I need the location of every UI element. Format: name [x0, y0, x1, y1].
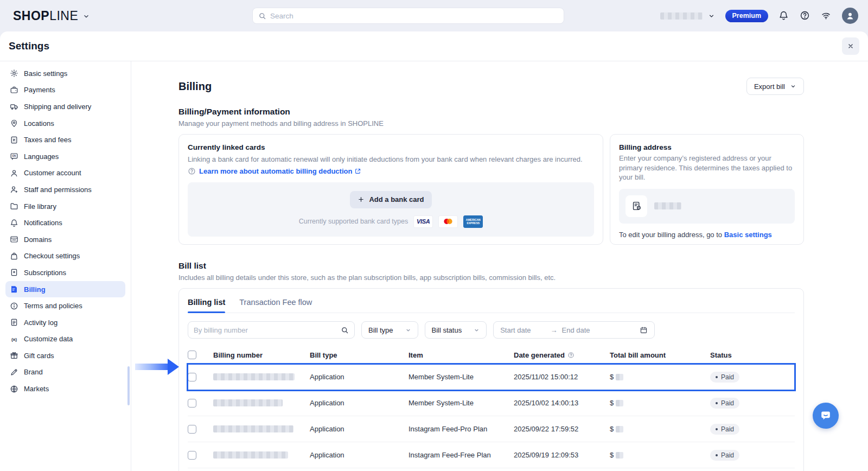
- sidebar-item-basic-settings[interactable]: Basic settings: [5, 65, 125, 82]
- bill-type-select[interactable]: Bill type: [361, 321, 418, 339]
- column-header-status: Status: [710, 351, 795, 359]
- status-label: Paid: [721, 399, 734, 407]
- address-redacted: [654, 202, 681, 209]
- status-dot: [716, 376, 718, 378]
- column-header-item: Item: [409, 351, 514, 359]
- billing-address-description: Enter your company’s registered address …: [619, 154, 795, 182]
- gear-icon: [10, 69, 18, 78]
- app-header: SHOPLINE Premium: [0, 0, 868, 31]
- sidebar-item-subscriptions[interactable]: Subscriptions: [5, 264, 125, 281]
- sidebar-item-checkout-settings[interactable]: Checkout settings: [5, 248, 125, 265]
- bill-table-row-highlighted[interactable]: ApplicationMember System-Lite2025/11/02 …: [188, 364, 795, 390]
- sidebar-item-languages[interactable]: ENLanguages: [5, 148, 125, 165]
- sidebar-item-activity-log[interactable]: Activity log: [5, 314, 125, 331]
- sidebar-item-label: Brand: [24, 368, 43, 376]
- sidebar-item-taxes-and-fees[interactable]: Taxes and fees: [5, 131, 125, 148]
- tab-billing-list[interactable]: Billing list: [188, 298, 225, 313]
- tab-transaction-fee-flow[interactable]: Transaction Fee flow: [239, 298, 312, 313]
- sidebar-item-file-library[interactable]: File library: [5, 198, 125, 215]
- user-avatar[interactable]: [842, 8, 858, 24]
- bill-list-subtitle: Includes all billing details under this …: [178, 273, 804, 282]
- globe-icon: [10, 385, 18, 393]
- sidebar-item-payments[interactable]: Payments: [5, 82, 125, 99]
- sidebar-item-staff-and-permissions[interactable]: Staff and permissions: [5, 181, 125, 198]
- learn-more-link[interactable]: Learn more about automatic billing deduc…: [199, 167, 361, 175]
- global-search[interactable]: [252, 8, 564, 24]
- sidebar-item-customize-data[interactable]: {a}Customize data: [5, 331, 125, 348]
- row-checkbox[interactable]: [188, 451, 196, 460]
- supported-cards-label: Currently supported bank card types: [299, 218, 409, 225]
- row-checkbox[interactable]: [188, 399, 196, 408]
- bill-table-row[interactable]: ApplicationInstagram Feed-Pro Plan2025/0…: [188, 416, 795, 442]
- help-icon[interactable]: [800, 10, 810, 21]
- billing-address-title: Billing address: [619, 143, 795, 151]
- export-chevron-down-icon: [790, 83, 796, 90]
- billing-number-redacted: [213, 451, 288, 459]
- sidebar-item-label: Customer account: [24, 169, 81, 177]
- export-bill-button[interactable]: Export bill: [746, 78, 804, 95]
- sidebar-item-shipping-and-delivery[interactable]: Shipping and delivery: [5, 98, 125, 115]
- billing-number-search[interactable]: [188, 321, 355, 339]
- filter-search-icon: [341, 326, 349, 334]
- status-cell: Paid: [710, 450, 795, 461]
- page-title: Billing: [178, 80, 212, 93]
- status-label: Paid: [721, 451, 734, 459]
- browser-icon: [10, 235, 18, 244]
- bill-table-row[interactable]: ApplicationMember System-Lite2025/10/02 …: [188, 390, 795, 416]
- close-settings-button[interactable]: [842, 37, 859, 55]
- linked-cards-description: Linking a bank card for automatic renewa…: [188, 155, 594, 164]
- status-badge: Paid: [710, 450, 739, 461]
- store-switcher[interactable]: [660, 12, 715, 20]
- status-dot: [716, 428, 718, 430]
- chat-support-button[interactable]: [813, 403, 839, 429]
- column-header-label: Item: [409, 351, 423, 359]
- sidebar-item-label: Payments: [24, 86, 55, 94]
- sidebar-item-notifications[interactable]: Notifications: [5, 214, 125, 231]
- shopline-logo[interactable]: SHOPLINE: [13, 9, 90, 23]
- select-all-checkbox[interactable]: [188, 351, 196, 359]
- sidebar-item-billing[interactable]: Billing: [5, 281, 125, 298]
- date-range-picker[interactable]: Start date → End date: [493, 321, 655, 339]
- billing-number-redacted: [213, 399, 283, 406]
- sidebar-item-label: Billing: [24, 285, 46, 294]
- sidebar-item-brand[interactable]: Brand: [5, 364, 125, 381]
- bill-table-row[interactable]: ApplicationInstagram Feed-Free Plan2025/…: [188, 442, 795, 468]
- sidebar-item-locations[interactable]: Locations: [5, 115, 125, 132]
- network-status-icon[interactable]: [821, 10, 832, 21]
- external-link-icon: [354, 168, 361, 175]
- billing-number-search-input[interactable]: [194, 326, 341, 334]
- bill-status-select[interactable]: Bill status: [425, 321, 487, 339]
- column-header-bill-type: Bill type: [310, 351, 409, 359]
- column-header-date-generated: Date generated: [514, 351, 610, 359]
- sidebar-item-terms-and-policies[interactable]: Terms and policies: [5, 297, 125, 314]
- sidebar-item-markets[interactable]: Markets: [5, 380, 125, 397]
- notifications-bell-icon[interactable]: [778, 10, 789, 21]
- date-generated-cell: 2025/10/02 14:00:13: [514, 399, 610, 407]
- basic-settings-link[interactable]: Basic settings: [724, 231, 772, 239]
- chat-en-icon: EN: [10, 152, 18, 161]
- sidebar-item-label: Subscriptions: [24, 269, 66, 277]
- column-header-total-bill-amount: Total bill amount: [610, 351, 710, 359]
- settings-sidebar: Basic settingsPaymentsShipping and deliv…: [0, 61, 131, 471]
- truck-icon: [10, 102, 18, 111]
- amount-redacted: [616, 400, 623, 406]
- doc-x-icon: [10, 136, 18, 144]
- linked-cards-title: Currently linked cards: [188, 143, 594, 151]
- sidebar-item-gift-cards[interactable]: Gift cards: [5, 347, 125, 364]
- premium-badge[interactable]: Premium: [725, 10, 769, 22]
- add-bank-card-button[interactable]: Add a bank card: [350, 191, 431, 208]
- sidebar-item-label: Staff and permissions: [24, 186, 92, 194]
- address-edit-hint: To edit your billing address, go to Basi…: [619, 231, 795, 239]
- sidebar-scrollbar-thumb[interactable]: [127, 366, 130, 405]
- sidebar-item-domains[interactable]: Domains: [5, 231, 125, 248]
- amount-redacted: [616, 452, 623, 459]
- row-checkbox[interactable]: [188, 373, 196, 381]
- row-checkbox[interactable]: [188, 425, 196, 434]
- bill-type-chevron-icon: [405, 327, 411, 333]
- amount-currency: $: [610, 425, 614, 433]
- svg-text:EN: EN: [12, 155, 16, 157]
- global-search-input[interactable]: [270, 12, 558, 20]
- sidebar-item-customer-account[interactable]: Customer account: [5, 165, 125, 182]
- store-chevron-down-icon: [708, 12, 715, 20]
- date-generated-help-icon[interactable]: [567, 352, 575, 359]
